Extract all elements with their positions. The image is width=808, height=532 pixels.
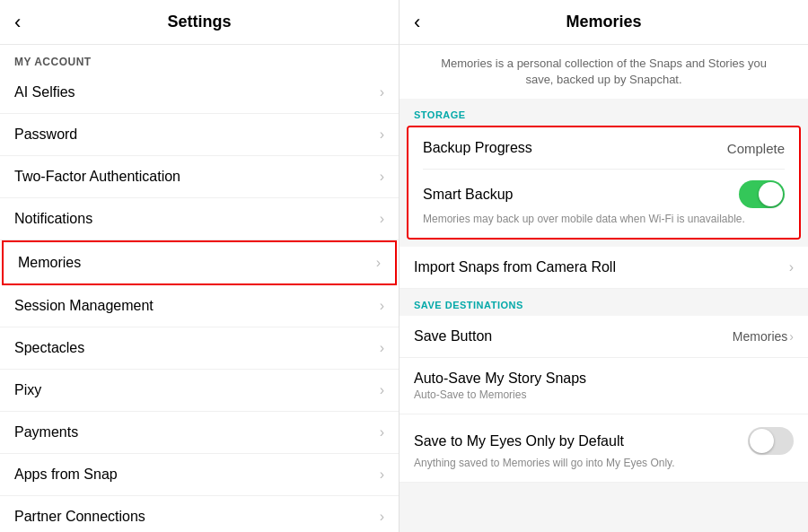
save-destinations-group: Save Button Memories › Auto-Save My Stor… [400, 316, 808, 483]
auto-save-desc: Auto-Save to Memories [414, 388, 794, 401]
left-menu: AI Selfies › Password › Two-Factor Authe… [0, 72, 399, 532]
menu-item-chevron-ai-selfies: › [380, 84, 384, 100]
menu-item-memories[interactable]: Memories › [2, 240, 397, 285]
memories-subtitle: Memories is a personal collection of the… [400, 45, 808, 99]
menu-item-pixy[interactable]: Pixy › [0, 370, 399, 412]
save-button-item[interactable]: Save Button Memories › [400, 316, 808, 358]
menu-item-partner-connections[interactable]: Partner Connections › [0, 496, 399, 532]
menu-item-label-session-management: Session Management [14, 298, 154, 314]
backup-progress-value: Complete [727, 141, 785, 156]
left-back-button[interactable]: ‹ [14, 11, 21, 34]
menu-item-chevron-spectacles: › [380, 340, 384, 356]
auto-save-item: Auto-Save My Story Snaps Auto-Save to Me… [400, 358, 808, 414]
menu-item-label-memories: Memories [18, 255, 81, 271]
menu-item-chevron-pixy: › [380, 382, 384, 398]
menu-item-label-ai-selfies: AI Selfies [14, 84, 75, 100]
menu-item-label-notifications: Notifications [14, 211, 92, 227]
menu-item-chevron-session-management: › [380, 298, 384, 314]
menu-item-label-apps-from-snap: Apps from Snap [14, 467, 118, 483]
menu-item-label-payments: Payments [14, 424, 78, 440]
menu-item-label-password: Password [14, 126, 77, 143]
save-eyes-only-item: Save to My Eyes Only by Default Anything… [400, 414, 808, 483]
menu-item-payments[interactable]: Payments › [0, 412, 399, 454]
import-snaps-label: Import Snaps from Camera Roll [414, 259, 616, 275]
storage-section-label: STORAGE [400, 99, 808, 126]
storage-group: Backup Progress Complete Smart Backup Me… [407, 126, 801, 240]
menu-item-label-partner-connections: Partner Connections [14, 509, 145, 525]
smart-backup-toggle[interactable] [739, 180, 785, 208]
save-eyes-only-label: Save to My Eyes Only by Default [414, 433, 624, 449]
menu-item-chevron-payments: › [380, 424, 384, 440]
menu-item-apps-from-snap[interactable]: Apps from Snap › [0, 454, 399, 496]
menu-item-session-management[interactable]: Session Management › [0, 285, 399, 327]
right-panel: ‹ Memories Memories is a personal collec… [400, 0, 808, 532]
menu-item-chevron-notifications: › [380, 211, 384, 227]
backup-progress-item: Backup Progress Complete [408, 127, 799, 169]
smart-backup-label: Smart Backup [423, 187, 513, 203]
menu-item-password[interactable]: Password › [0, 114, 399, 156]
backup-progress-label: Backup Progress [423, 140, 532, 156]
save-button-label: Save Button [414, 328, 492, 344]
import-snaps-chevron: › [789, 259, 794, 275]
menu-item-chevron-password: › [380, 126, 384, 143]
my-account-section-label: MY ACCOUNT [0, 45, 399, 72]
smart-backup-desc: Memories may back up over mobile data wh… [423, 212, 785, 227]
right-title: Memories [566, 13, 641, 31]
menu-item-chevron-memories: › [376, 255, 381, 271]
save-eyes-only-toggle[interactable] [748, 427, 794, 455]
left-panel: ‹ Settings MY ACCOUNT AI Selfies › Passw… [0, 0, 400, 532]
left-title: Settings [167, 13, 231, 31]
save-button-value: Memories › [733, 329, 794, 344]
save-button-chevron: › [789, 329, 794, 344]
menu-item-chevron-two-factor: › [380, 169, 384, 185]
menu-item-chevron-apps-from-snap: › [380, 467, 384, 483]
menu-item-chevron-partner-connections: › [380, 509, 384, 525]
left-header: ‹ Settings [0, 0, 399, 45]
menu-item-notifications[interactable]: Notifications › [0, 198, 399, 240]
import-snaps-item[interactable]: Import Snaps from Camera Roll › [400, 247, 808, 289]
menu-item-label-spectacles: Spectacles [14, 340, 84, 356]
right-back-button[interactable]: ‹ [414, 11, 420, 34]
smart-backup-item: Smart Backup Memories may back up over m… [408, 170, 799, 238]
auto-save-label: Auto-Save My Story Snaps [414, 371, 586, 387]
menu-item-two-factor[interactable]: Two-Factor Authentication › [0, 156, 399, 198]
menu-item-label-pixy: Pixy [14, 382, 41, 398]
menu-item-label-two-factor: Two-Factor Authentication [14, 169, 180, 185]
menu-item-spectacles[interactable]: Spectacles › [0, 327, 399, 370]
save-destinations-label: SAVE DESTINATIONS [400, 289, 808, 316]
menu-item-ai-selfies[interactable]: AI Selfies › [0, 72, 399, 114]
save-eyes-only-desc: Anything saved to Memories will go into … [414, 457, 794, 469]
right-header: ‹ Memories [400, 0, 808, 45]
